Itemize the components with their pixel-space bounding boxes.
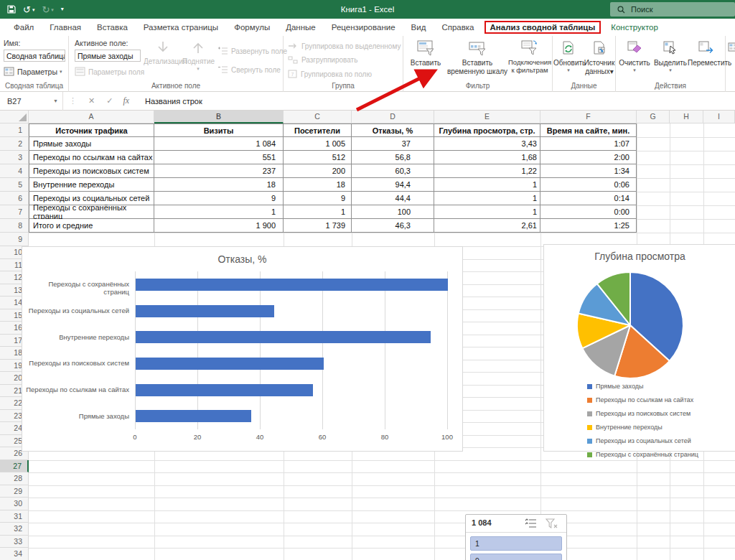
tab-7[interactable]: Вид	[403, 21, 434, 34]
tab-9[interactable]: Анализ сводной таблицы	[484, 21, 601, 34]
column-header-H[interactable]: H	[670, 111, 703, 123]
select-button[interactable]: Выделить ▾	[653, 39, 688, 73]
slicer-item-9[interactable]: 9	[470, 554, 562, 560]
row-header-9[interactable]: 9	[0, 233, 29, 246]
expand-field-button[interactable]: Развернуть поле	[217, 46, 287, 56]
column-header-D[interactable]: D	[352, 111, 434, 123]
table-cell[interactable]: 1	[434, 192, 540, 205]
table-cell[interactable]: 44,4	[352, 192, 434, 205]
table-cell[interactable]: 37	[352, 137, 434, 151]
tab-file[interactable]: Файл	[6, 21, 42, 34]
table-cell[interactable]: 512	[284, 151, 352, 164]
column-header-A[interactable]: A	[29, 111, 154, 123]
tab-8[interactable]: Справка	[434, 21, 482, 34]
row-header-30[interactable]: 30	[0, 498, 29, 510]
row-header-28[interactable]: 28	[0, 472, 29, 485]
name-box-dropdown-icon[interactable]: ▼	[53, 98, 58, 103]
pivot-options-button[interactable]: Параметры▾	[4, 66, 62, 78]
table-cell[interactable]: 100	[352, 205, 434, 219]
slicer[interactable]: 1 084 1918237551	[465, 514, 567, 560]
row-header-3[interactable]: 3	[0, 151, 29, 164]
bar-5[interactable]	[136, 410, 251, 422]
active-field-input[interactable]: Прямые заходы	[75, 50, 141, 62]
slicer-multiselect-icon[interactable]	[525, 518, 538, 528]
row-header-32[interactable]: 32	[0, 523, 29, 536]
row-header-4[interactable]: 4	[0, 164, 29, 178]
table-header-cell[interactable]: Отказы, %	[352, 123, 434, 137]
drill-down-button[interactable]: Детализация	[144, 39, 182, 66]
bar-chart[interactable]: Отказы, % 020406080100Переходы с сохранё…	[22, 246, 463, 452]
select-all-corner[interactable]	[0, 111, 29, 123]
bar-4[interactable]	[136, 384, 313, 396]
table-cell[interactable]: 1,68	[434, 151, 540, 164]
table-cell[interactable]: 1	[284, 205, 352, 219]
table-cell[interactable]: 1 005	[284, 137, 352, 151]
table-cell[interactable]: 1	[434, 178, 540, 192]
table-cell[interactable]: 56,8	[352, 151, 434, 164]
cancel-icon[interactable]: ✕	[88, 96, 95, 106]
column-header-F[interactable]: F	[540, 111, 637, 123]
tab-1[interactable]: Главная	[42, 21, 89, 34]
table-cell[interactable]: 1:07	[540, 137, 637, 151]
row-header-34[interactable]: 34	[0, 548, 29, 560]
filter-connections-button[interactable]: Подключения к фильтрам	[508, 39, 551, 75]
insert-slicer-button[interactable]: Вставить срез	[405, 39, 446, 75]
insert-timeline-button[interactable]: Вставить временную шкалу	[446, 39, 508, 75]
search-box[interactable]: Поиск	[610, 2, 735, 17]
table-cell[interactable]: 9	[154, 192, 284, 205]
formula-value[interactable]: Названия строк	[145, 97, 202, 106]
table-cell[interactable]: 0:14	[540, 192, 637, 205]
data-source-button[interactable]: Источник данных▾	[584, 39, 615, 75]
tab-3[interactable]: Разметка страницы	[136, 21, 226, 34]
bar-3[interactable]	[136, 358, 324, 370]
table-cell[interactable]: Итого и средние	[29, 219, 154, 233]
table-cell[interactable]: Переходы из поисковых систем	[29, 164, 154, 178]
table-cell[interactable]: 94,4	[352, 178, 434, 192]
table-cell[interactable]: 18	[154, 178, 284, 192]
table-cell[interactable]: 1	[154, 205, 284, 219]
row-header-7[interactable]: 7	[0, 205, 29, 219]
field-settings-button[interactable]: Параметры поля	[75, 66, 144, 78]
table-cell[interactable]: 1 739	[284, 219, 352, 233]
row-header-8[interactable]: 8	[0, 219, 29, 233]
pivot-name-input[interactable]: Сводная таблица18	[4, 50, 65, 62]
row-header-27[interactable]: 27	[0, 460, 29, 473]
table-cell[interactable]: 1	[434, 205, 540, 219]
row-header-33[interactable]: 33	[0, 536, 29, 549]
move-pivot-button[interactable]: Переместить	[688, 39, 725, 67]
name-box[interactable]: B27▼	[0, 92, 63, 111]
table-cell[interactable]: 2:00	[540, 151, 637, 164]
table-header-cell[interactable]: Визиты	[154, 123, 284, 137]
slicer-clear-filter-icon[interactable]	[545, 518, 558, 529]
bar-0[interactable]	[136, 279, 448, 291]
collapse-field-button[interactable]: Свернуть поле	[217, 65, 281, 75]
table-cell[interactable]: Переходы по ссылкам на сайтах	[29, 151, 154, 164]
table-cell[interactable]: 2,61	[434, 219, 540, 233]
tab-10[interactable]: Конструктор	[603, 21, 666, 34]
table-cell[interactable]: Переходы с сохранённых страниц	[29, 205, 154, 219]
group-selection-button[interactable]: Группировка по выделенному	[288, 42, 401, 50]
ungroup-button[interactable]: Разгруппировать	[288, 55, 357, 65]
row-header-1[interactable]: 1	[0, 123, 29, 137]
refresh-button[interactable]: Обновить ▾	[553, 39, 584, 73]
table-cell[interactable]: Прямые заходы	[29, 137, 154, 151]
tab-5[interactable]: Данные	[278, 21, 324, 34]
insert-function-icon[interactable]: fx	[123, 95, 129, 106]
table-cell[interactable]: 18	[284, 178, 352, 192]
tab-2[interactable]: Вставка	[89, 21, 136, 34]
drill-up-button[interactable]: Поднятие ▾	[182, 39, 214, 72]
save-icon[interactable]	[7, 5, 16, 14]
table-header-cell[interactable]: Источник трафика	[29, 123, 154, 137]
table-cell[interactable]: 551	[154, 151, 284, 164]
tab-6[interactable]: Рецензирование	[324, 21, 403, 34]
table-cell[interactable]: 237	[154, 164, 284, 178]
row-header-5[interactable]: 5	[0, 178, 29, 192]
table-cell[interactable]: 1:34	[540, 164, 637, 178]
table-cell[interactable]: 9	[284, 192, 352, 205]
column-header-E[interactable]: E	[434, 111, 540, 123]
row-header-31[interactable]: 31	[0, 510, 29, 523]
tab-4[interactable]: Формулы	[226, 21, 278, 34]
table-cell[interactable]: 60,3	[352, 164, 434, 178]
bar-1[interactable]	[136, 305, 274, 317]
table-cell[interactable]: 1 084	[154, 137, 284, 151]
